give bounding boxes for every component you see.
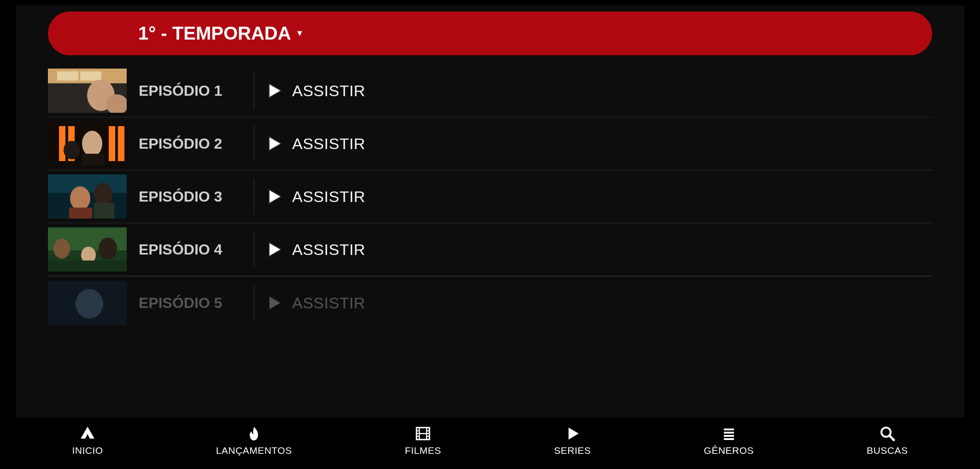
svg-rect-40 <box>724 432 734 434</box>
watch-label: ASSISTIR <box>292 82 365 100</box>
nav-home[interactable]: INICIO <box>72 425 103 456</box>
divider <box>254 285 254 321</box>
svg-rect-18 <box>69 208 92 219</box>
svg-rect-41 <box>724 435 734 437</box>
episode-row[interactable]: EPISÓDIO 1 ASSISTIR <box>48 64 932 117</box>
episode-thumbnail <box>48 227 127 272</box>
svg-point-12 <box>82 131 102 156</box>
episode-label: EPISÓDIO 3 <box>139 188 254 205</box>
watch-button[interactable]: ASSISTIR <box>268 82 365 100</box>
season-selector-label: 1° - TEMPORADA <box>138 23 291 44</box>
divider <box>254 126 254 162</box>
nav-label: GÊNEROS <box>704 445 754 456</box>
nav-releases[interactable]: LANÇAMENTOS <box>216 425 292 456</box>
episode-row[interactable]: EPISÓDIO 3 ASSISTIR <box>48 170 932 223</box>
divider <box>254 179 254 214</box>
episode-label: EPISÓDIO 4 <box>139 241 254 258</box>
svg-rect-20 <box>94 203 114 219</box>
svg-point-25 <box>99 237 117 260</box>
divider <box>254 232 254 267</box>
nav-search[interactable]: BUSCAS <box>867 425 908 456</box>
svg-rect-4 <box>80 71 101 81</box>
bottom-nav: INICIO LANÇAMENTOS <box>16 417 964 463</box>
play-icon <box>268 189 282 204</box>
svg-point-23 <box>53 238 70 259</box>
play-icon <box>268 83 282 98</box>
nav-label: FILMES <box>405 445 441 456</box>
episode-thumbnail <box>48 122 127 166</box>
episode-label: EPISÓDIO 2 <box>139 135 254 152</box>
episode-list: EPISÓDIO 1 ASSISTIR <box>48 64 932 463</box>
episode-row[interactable]: EPISÓDIO 4 ASSISTIR <box>48 223 932 276</box>
flame-icon <box>245 425 263 442</box>
nav-label: LANÇAMENTOS <box>216 445 292 456</box>
svg-point-17 <box>70 186 90 210</box>
season-selector[interactable]: 1° - TEMPORADA ▼ <box>48 12 932 55</box>
chevron-down-icon: ▼ <box>296 29 304 38</box>
svg-rect-39 <box>724 428 734 430</box>
watch-button[interactable]: ASSISTIR <box>268 135 365 153</box>
svg-rect-8 <box>59 126 65 161</box>
nav-label: INICIO <box>72 445 103 456</box>
nav-label: SERIES <box>554 445 591 456</box>
episode-row[interactable]: EPISÓDIO 5 ASSISTIR <box>48 276 932 329</box>
svg-rect-3 <box>57 71 78 81</box>
svg-point-28 <box>76 289 103 318</box>
watch-label: ASSISTIR <box>292 135 365 153</box>
play-icon <box>268 295 282 311</box>
play-icon <box>268 242 282 257</box>
nav-label: BUSCAS <box>867 445 908 456</box>
watch-button[interactable]: ASSISTIR <box>268 188 365 206</box>
watch-label: ASSISTIR <box>292 241 365 259</box>
episode-thumbnail <box>48 281 127 325</box>
watch-button[interactable]: ASSISTIR <box>268 294 365 312</box>
svg-rect-11 <box>118 126 124 161</box>
play-icon <box>268 136 282 151</box>
nav-series[interactable]: SERIES <box>554 425 591 456</box>
episode-label: EPISÓDIO 5 <box>139 295 254 312</box>
svg-rect-13 <box>82 154 104 166</box>
search-icon <box>879 425 896 442</box>
watch-label: ASSISTIR <box>292 294 365 312</box>
list-icon <box>720 425 738 442</box>
svg-rect-26 <box>48 261 127 272</box>
svg-rect-10 <box>109 126 115 161</box>
svg-point-14 <box>64 141 80 159</box>
divider <box>254 73 254 109</box>
svg-rect-42 <box>724 438 734 440</box>
nav-genres[interactable]: GÊNEROS <box>704 425 754 456</box>
film-icon <box>414 425 432 442</box>
episode-row[interactable]: EPISÓDIO 2 ASSISTIR <box>48 117 932 170</box>
play-icon <box>564 425 581 442</box>
nav-movies[interactable]: FILMES <box>405 425 441 456</box>
episode-thumbnail <box>48 69 127 113</box>
home-icon <box>79 425 96 442</box>
episode-label: EPISÓDIO 1 <box>139 82 254 99</box>
watch-button[interactable]: ASSISTIR <box>268 241 365 259</box>
episode-thumbnail <box>48 174 127 219</box>
watch-label: ASSISTIR <box>292 188 365 206</box>
svg-line-44 <box>890 436 894 440</box>
